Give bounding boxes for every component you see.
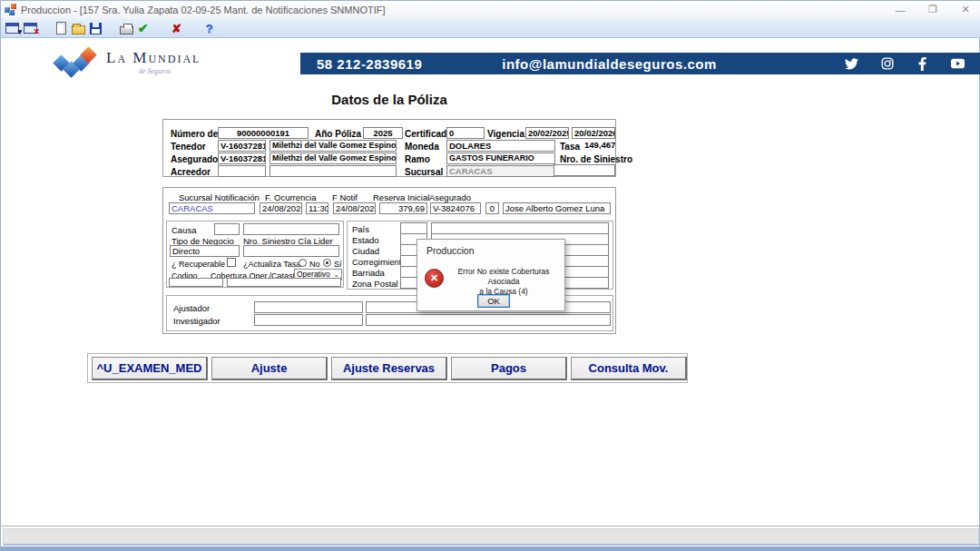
app-icon <box>5 4 16 15</box>
anio-label: Año Póliza <box>315 129 361 139</box>
asegurado-id-notif-field[interactable]: V-3824076 <box>430 202 481 214</box>
causa-label: Causa <box>172 225 196 235</box>
numero-label: Número de <box>171 129 218 139</box>
investigador-id-field[interactable] <box>254 314 363 326</box>
dialog-message: Error No existe Coberturas Asociada a la… <box>446 267 561 297</box>
policy-panel: Número de 90000000191 Año Póliza 2025 Ce… <box>162 119 616 177</box>
tipo-negocio-field[interactable]: Directo <box>170 245 240 257</box>
barriada-label: Barriada <box>352 268 385 278</box>
f-notif-field[interactable]: 24/08/2025 <box>333 202 376 214</box>
f-ocurrencia-field[interactable]: 24/08/2025 <box>260 202 302 214</box>
ajuste-reservas-button[interactable]: Ajuste Reservas <box>331 357 447 380</box>
cancel-icon[interactable]: ✘ <box>169 21 184 35</box>
company-logo: La Mundial de Seguros <box>52 43 251 84</box>
title-bar: Produccion - [157 Sra. Yulia Zapata 02-0… <box>1 1 980 18</box>
asegurado-id-field[interactable]: V-16037281 <box>218 153 266 164</box>
actualiza-no-radio[interactable] <box>299 259 307 267</box>
asegurado-nombre-field[interactable]: Milethzi del Valle Gomez Espinoz <box>270 153 397 164</box>
tenedor-id-field[interactable]: V-16037281 <box>218 140 266 152</box>
causa-subpanel: Causa Tipo de Negocio Nro. Siniestro Cía… <box>166 221 344 288</box>
phone-number: 58 212-2839619 <box>317 56 422 72</box>
zona-postal-label: Zona Postal <box>352 279 398 289</box>
new-document-icon[interactable] <box>54 21 69 35</box>
sucursal-field[interactable]: CARACAS <box>446 165 555 177</box>
acreedor-id-field[interactable] <box>218 165 266 177</box>
logo-tagline: de Seguros <box>139 67 171 75</box>
examen-med-button[interactable]: ^U_EXAMEN_MED <box>92 357 208 380</box>
sucursal-label: Sucursal <box>405 167 443 177</box>
consulta-mov-button[interactable]: Consulta Mov. <box>571 357 687 380</box>
certificado-label: Certificado <box>405 129 452 139</box>
reserva-inicial-field[interactable]: 379,69 <box>379 202 427 214</box>
ramo-field[interactable]: GASTOS FUNERARIO <box>446 153 555 164</box>
certificado-field[interactable]: 0 <box>446 127 485 139</box>
vigencia-desde-field[interactable]: 20/02/2025 <box>525 127 569 139</box>
save-icon[interactable] <box>88 21 103 35</box>
sucursal-notificacion-label: Sucursal Notificación <box>179 192 260 202</box>
causa-codigo-field[interactable] <box>214 223 240 235</box>
anio-field[interactable]: 2025 <box>363 127 403 139</box>
sucursal-notificacion-field[interactable]: CARACAS <box>169 202 255 214</box>
status-bar <box>3 528 979 546</box>
tasa-field[interactable]: 149,46770 <box>583 140 615 152</box>
open-folder-icon[interactable] <box>71 21 86 35</box>
causa-desc-field[interactable] <box>243 223 339 235</box>
asegurado-nombre-notif-field[interactable]: Jose Alberto Gomez Luna <box>503 202 611 214</box>
contact-banner: 58 212-2839619 info@lamundialdeseguros.c… <box>300 53 980 74</box>
page-title: Datos de la Póliza <box>162 92 616 107</box>
logo-diamonds-icon <box>55 48 103 79</box>
nro-siniestro-field[interactable] <box>554 164 615 176</box>
recuperable-checkbox[interactable] <box>227 258 236 267</box>
f-ocurrencia-label: F. Ocurrencia <box>265 192 317 202</box>
actions-bar: ^U_EXAMEN_MED Ajuste Ajuste Reservas Pag… <box>87 353 688 383</box>
ok-button[interactable]: OK <box>477 294 510 308</box>
window-bottom-edge <box>1 546 980 551</box>
actualiza-si-radio[interactable] <box>323 259 331 267</box>
dialog-title: Produccion <box>426 245 475 256</box>
instagram-icon[interactable] <box>880 57 894 71</box>
twitter-icon[interactable] <box>845 57 858 71</box>
print-icon[interactable] <box>119 21 134 35</box>
ajuste-button[interactable]: Ajuste <box>211 357 328 380</box>
pais-label: País <box>352 224 369 234</box>
pagos-button[interactable]: Pagos <box>451 357 567 380</box>
corregimiento-label: Corregimiento <box>352 257 407 267</box>
bottom-separator <box>1 526 980 526</box>
ajustador-label: Ajustador <box>173 303 210 313</box>
asegurado-notif-label: Asegurado <box>429 192 471 202</box>
help-icon[interactable]: ? <box>201 21 217 35</box>
acreedor-nombre-field[interactable] <box>270 165 397 177</box>
youtube-icon[interactable] <box>951 57 965 71</box>
actualiza-no-label: No <box>309 260 320 269</box>
acreedor-label: Acreedor <box>171 167 211 177</box>
asegurado-num-field[interactable]: 0 <box>485 202 499 214</box>
numero-field[interactable]: 90000000191 <box>218 127 309 139</box>
vigencia-hasta-field[interactable]: 20/02/2026 <box>572 127 615 139</box>
form-export-icon[interactable]: ▾ <box>5 21 20 35</box>
confirm-icon[interactable]: ✔ <box>135 21 151 35</box>
codigo-field[interactable] <box>169 278 223 287</box>
ajustador-id-field[interactable] <box>254 301 363 313</box>
recuperable-label: ¿ Recuperable ? <box>172 260 232 269</box>
toolbar: ▾ ✕ ✔ ✘ ? <box>1 18 980 38</box>
nro-siniestro-cia-field[interactable] <box>243 245 339 257</box>
form-delete-icon[interactable]: ✕ <box>23 21 38 35</box>
hora-field[interactable]: 11:30 <box>306 202 328 214</box>
cobertura-field[interactable] <box>227 278 341 287</box>
dialog-message-line1: Error No existe Coberturas Asociada <box>457 267 549 286</box>
logo-name: La Mundial <box>106 49 201 67</box>
moneda-field[interactable]: DOLARES <box>446 140 555 152</box>
facebook-icon[interactable] <box>916 57 929 71</box>
tasa-label: Tasa <box>560 142 580 152</box>
moneda-label: Moneda <box>405 142 439 152</box>
investigador-label: Investigador <box>173 316 220 326</box>
error-dialog: Produccion ✕ Error No existe Coberturas … <box>416 239 565 311</box>
reserva-inicial-label: Reserva Inicial <box>373 192 429 202</box>
minimize-button[interactable]: — <box>894 5 906 15</box>
investigador-nombre-field[interactable] <box>366 314 611 326</box>
close-button[interactable]: ✕ <box>959 4 972 15</box>
actualiza-si-label: Sí <box>334 260 342 269</box>
f-notif-label: F Notif <box>332 192 358 202</box>
tenedor-nombre-field[interactable]: Milethzi del Valle Gomez Espinoz <box>270 140 397 152</box>
restore-button[interactable]: ❐ <box>926 4 939 15</box>
